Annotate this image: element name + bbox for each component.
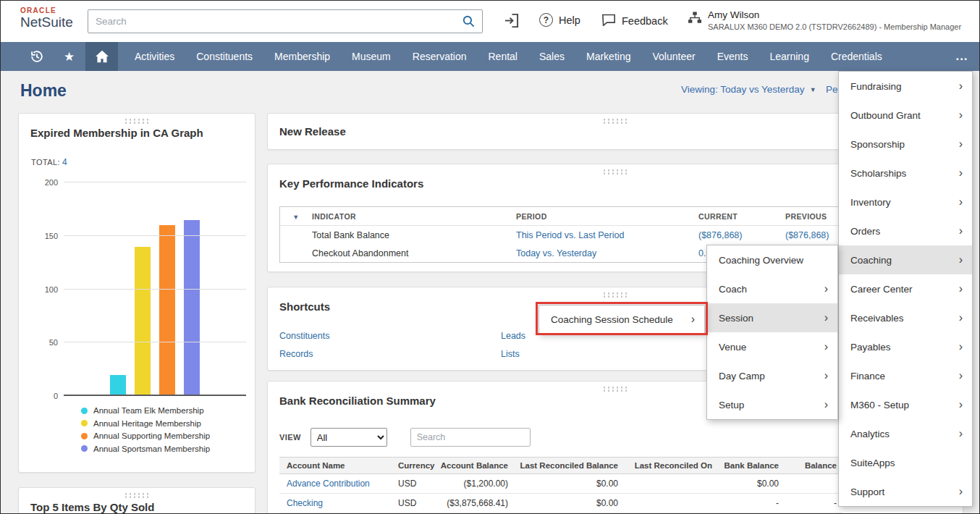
- cell-balance: -: [785, 498, 842, 508]
- account-name-link[interactable]: Advance Contribution: [287, 479, 370, 489]
- submenu-item-venue[interactable]: Venue›: [707, 332, 837, 361]
- nav-tab-reservation[interactable]: Reservation: [402, 42, 478, 71]
- column-header[interactable]: Bank Balance: [717, 461, 785, 470]
- user-menu[interactable]: Amy Wilson SARALUX M360 DEMO 2.0 (TSTDRV…: [688, 9, 961, 31]
- chevron-right-icon: ›: [959, 109, 963, 121]
- nav-more-button[interactable]: ...: [945, 42, 979, 71]
- nav-tab-marketing[interactable]: Marketing: [575, 42, 641, 71]
- total-value-link[interactable]: 4: [62, 157, 67, 167]
- column-header[interactable]: Account Balance: [437, 461, 512, 470]
- column-header[interactable]: Account Name: [279, 461, 392, 470]
- submenu-item-coaching-overview[interactable]: Coaching Overview: [707, 245, 837, 274]
- netsuite-logo[interactable]: ORACLE NetSuite: [20, 7, 73, 30]
- nav-tab-events[interactable]: Events: [706, 42, 759, 71]
- menu-item-label: Outbound Grant: [850, 110, 921, 121]
- nav-tab-constituents[interactable]: Constituents: [185, 42, 263, 71]
- portlet-top5-items: Top 5 Items By Qty Sold: [18, 487, 255, 514]
- column-header[interactable]: Currency: [392, 461, 437, 470]
- nav-tab-learning[interactable]: Learning: [759, 42, 820, 71]
- shortcut-link-records[interactable]: Records: [279, 349, 329, 359]
- main-nav: ★ ActivitiesConstituentsMembershipMuseum…: [1, 42, 979, 71]
- portlet-drag-handle[interactable]: [602, 386, 628, 392]
- shortcut-column: Leads Lists: [501, 331, 525, 359]
- menu-item-label: Coach: [719, 284, 747, 295]
- kpi-current-link[interactable]: ($876,868): [698, 230, 742, 240]
- view-select[interactable]: All: [311, 428, 387, 447]
- nav-tab-activities[interactable]: Activities: [124, 42, 185, 71]
- menu-item-suiteapps[interactable]: SuiteApps: [839, 448, 972, 477]
- legend-item: Annual Heritage Membership: [81, 419, 210, 428]
- menu-item-analytics[interactable]: Analytics›: [839, 419, 972, 448]
- sign-in-door-icon[interactable]: [503, 13, 520, 31]
- nav-tab-museum[interactable]: Museum: [341, 42, 402, 71]
- menu-item-label: M360 - Setup: [850, 400, 909, 410]
- recent-records-icon[interactable]: [20, 42, 53, 71]
- legend-label: Annual Sportsman Membership: [93, 445, 210, 453]
- submenu-item-day-camp[interactable]: Day Camp›: [707, 361, 837, 390]
- home-tab[interactable]: [85, 42, 118, 71]
- kpi-period-link[interactable]: Today vs. Yesterday: [516, 248, 596, 258]
- nav-tab-credentials[interactable]: Credentials: [820, 42, 893, 71]
- oracle-wordmark: ORACLE: [20, 7, 73, 14]
- kpi-previous-link[interactable]: ($876,868): [785, 230, 829, 240]
- global-search[interactable]: [88, 9, 483, 33]
- bank-search-input[interactable]: [410, 428, 531, 447]
- menu-item-label: Coaching Session Schedule: [551, 314, 673, 325]
- shortcut-link-constituents[interactable]: Constituents: [279, 331, 329, 341]
- portlet-drag-handle[interactable]: [124, 118, 150, 124]
- nav-items: ActivitiesConstituentsMembershipMuseumRe…: [124, 42, 893, 71]
- menu-item-orders[interactable]: Orders›: [839, 216, 972, 245]
- column-header[interactable]: Last Reconciled On: [622, 461, 717, 470]
- menu-item-career-center[interactable]: Career Center›: [839, 274, 972, 303]
- menu-item-label: Fundraising: [850, 81, 902, 92]
- kpi-period-link[interactable]: This Period vs. Last Period: [516, 230, 624, 240]
- menu-item-support[interactable]: Support›: [839, 477, 972, 506]
- gridline: [64, 342, 246, 342]
- menu-item-sponsorship[interactable]: Sponsorship›: [839, 130, 972, 159]
- shortcuts-star-icon[interactable]: ★: [53, 42, 85, 71]
- nav-tab-volunteer[interactable]: Volunteer: [641, 42, 706, 71]
- flyout-item-coaching-session-schedule[interactable]: Coaching Session Schedule›: [539, 306, 704, 333]
- submenu-item-coach[interactable]: Coach›: [707, 274, 837, 303]
- bank-reconciliation-table: Account Name Currency Account Balance La…: [279, 457, 842, 513]
- menu-item-coaching[interactable]: Coaching›: [839, 245, 972, 274]
- menu-item-payables[interactable]: Payables›: [839, 332, 972, 361]
- feedback-button[interactable]: Feedback: [601, 13, 668, 28]
- shortcut-link-lists[interactable]: Lists: [501, 349, 525, 359]
- x-axis-line: [64, 395, 246, 396]
- nav-tab-rental[interactable]: Rental: [477, 42, 528, 71]
- chevron-down-icon: ▼: [810, 86, 816, 93]
- coaching-submenu: Coaching OverviewCoach›Session›Venue›Day…: [706, 245, 838, 420]
- menu-item-finance[interactable]: Finance›: [839, 361, 972, 390]
- menu-item-m360-setup[interactable]: M360 - Setup›: [839, 390, 972, 419]
- column-header[interactable]: Last Reconciled Balance: [512, 461, 622, 470]
- user-role: SARALUX M360 DEMO 2.0 (TSTDRV2662489) - …: [708, 22, 961, 31]
- menu-item-fundraising[interactable]: Fundraising›: [839, 72, 972, 101]
- help-button[interactable]: ? Help: [539, 13, 580, 27]
- menu-item-outbound-grant[interactable]: Outbound Grant›: [839, 101, 972, 130]
- menu-item-receivables[interactable]: Receivables›: [839, 303, 972, 332]
- menu-item-label: Session: [719, 313, 753, 324]
- chart-total: TOTAL:4: [31, 157, 67, 167]
- menu-item-inventory[interactable]: Inventory›: [839, 188, 972, 216]
- viewing-dropdown[interactable]: Viewing: Today vs Yesterday ▼: [681, 84, 816, 95]
- kpi-expand-caret-icon[interactable]: ▼: [292, 214, 299, 221]
- submenu-item-setup[interactable]: Setup›: [707, 390, 837, 419]
- nav-tab-membership[interactable]: Membership: [263, 42, 341, 71]
- submenu-item-session[interactable]: Session›: [707, 303, 837, 332]
- portlet-drag-handle[interactable]: [602, 292, 628, 298]
- chevron-right-icon: ›: [691, 313, 695, 325]
- portlet-drag-handle[interactable]: [602, 118, 628, 124]
- nav-tab-sales[interactable]: Sales: [528, 42, 575, 71]
- shortcut-link-leads[interactable]: Leads: [501, 331, 525, 341]
- portlet-drag-handle[interactable]: [602, 169, 628, 174]
- chevron-right-icon: ›: [959, 312, 963, 324]
- cell-bank-balance: $0.00: [717, 479, 785, 489]
- global-search-input[interactable]: [88, 16, 455, 27]
- column-header[interactable]: Balance: [785, 461, 842, 470]
- search-icon[interactable]: [455, 10, 482, 33]
- y-tick-label: 50: [35, 338, 58, 347]
- portlet-drag-handle[interactable]: [124, 492, 150, 498]
- menu-item-scholarships[interactable]: Scholarships›: [839, 159, 972, 188]
- account-name-link[interactable]: Checking: [287, 498, 323, 508]
